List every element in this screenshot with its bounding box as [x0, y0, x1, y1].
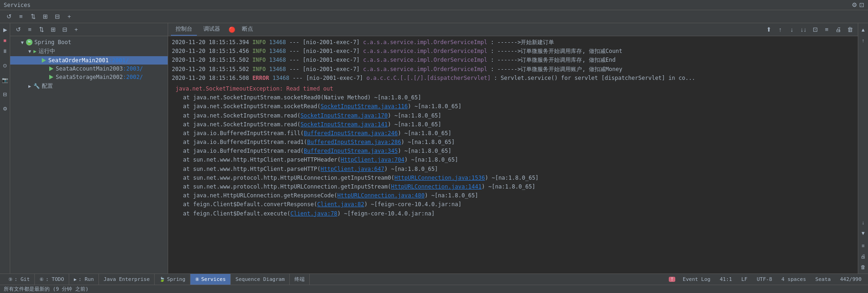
lines-status[interactable]: 442/990 [837, 276, 864, 282]
tab-spring[interactable]: 🍃 Spring [155, 274, 190, 285]
tab-debugger[interactable]: 调试器 [199, 23, 225, 36]
tab-java-enterprise[interactable]: Java Enterprise [99, 274, 155, 285]
link-httpurlconnection-1441[interactable]: HttpURLConnection.java:1441 [391, 183, 482, 190]
tree-item-config[interactable]: ▶ 🔧 配置 [10, 81, 168, 91]
layout-button[interactable]: ⊟ [0, 90, 10, 99]
collapse-all-button[interactable]: ≡ [16, 12, 26, 22]
tree-item-running[interactable]: ▼ ▶ 运行中 [10, 46, 168, 56]
stack-8: at sun.net.www.http.HttpClient.parseHTTP… [183, 156, 854, 164]
expand-seata-order-icon [34, 58, 40, 63]
expand-spring-boot-icon: ▼ [20, 39, 25, 45]
log-wrap-button[interactable]: ≡ [822, 25, 832, 35]
tree-item-seata-order[interactable]: SeataOrderMain2001 :2001/ [10, 56, 168, 65]
right-clear-button[interactable]: 🗑 [859, 262, 868, 272]
tab-breakpoints[interactable]: 断点 [237, 23, 258, 36]
link-httpclient-704[interactable]: HttpClient.java:704 [341, 156, 405, 163]
tab-todo-label: : TODO [46, 276, 64, 282]
spring-boot-icon: 🍃 [26, 39, 33, 46]
log-scroll-bottom-button[interactable]: ↓↓ [798, 25, 809, 35]
error-badge[interactable]: ! [669, 277, 675, 282]
log-filter-button[interactable]: ⊡ [810, 25, 820, 35]
link-socketinputstream-141[interactable]: SocketInputStream.java:141 [300, 121, 388, 128]
exception-type: java.net.SocketTimeoutException: Read ti… [176, 85, 854, 93]
scroll-down-button[interactable]: ↓ [859, 218, 868, 227]
tab-todo[interactable]: ⑥ : TODO [35, 274, 69, 285]
spaces-status[interactable]: 4 spaces [779, 276, 809, 282]
stack-1: at java.net.SocketInputStream.socketRead… [183, 93, 854, 102]
tab-services[interactable]: ⑧ Services [190, 274, 231, 285]
stack-7: at java.io.BufferedInputStream.read(Buff… [183, 147, 854, 156]
svg-marker-2 [49, 75, 53, 79]
left-filter-button[interactable]: ⊟ [59, 25, 70, 35]
link-bufferedinputstream-345[interactable]: BufferedInputStream.java:345 [304, 148, 398, 154]
tab-console[interactable]: 控制台 [171, 23, 197, 36]
tab-sequence-diagram-label: Sequence Diagram [235, 276, 285, 282]
event-log-button[interactable]: Event Log [680, 276, 713, 282]
link-httpclient-647[interactable]: HttpClient.java:647 [320, 166, 384, 172]
add-button[interactable]: + [64, 12, 74, 22]
stack-11: at sun.net.www.protocol.http.HttpURLConn… [183, 182, 854, 191]
run-tab-icon: ▶ [74, 277, 77, 282]
lf-status[interactable]: LF [738, 276, 750, 282]
stack-13: at feign.Client$Default.convertResponse(… [183, 200, 854, 209]
left-expand-button[interactable]: ≡ [25, 25, 35, 35]
right-print-button[interactable]: 🖨 [859, 252, 868, 261]
sort-button[interactable]: ⇅ [28, 12, 38, 22]
config-label: 配置 [42, 82, 53, 90]
tab-sequence-diagram[interactable]: Sequence Diagram [231, 274, 290, 285]
stack-4: at java.net.SocketInputStream.read(Socke… [183, 120, 854, 129]
run-all-button[interactable]: ▶ [0, 25, 10, 34]
link-client-78[interactable]: Client.java:78 [290, 210, 337, 217]
maximize-icon[interactable]: ⊡ [859, 1, 864, 8]
reload-button[interactable]: ↺ [4, 12, 14, 22]
link-bufferedinputstream-286[interactable]: BufferedInputStream.java:286 [307, 139, 401, 145]
tab-run-label: : Run [78, 276, 94, 282]
link-socketinputstream-170[interactable]: SocketInputStream.java:170 [300, 112, 388, 119]
filter-button[interactable]: ⊟ [52, 12, 62, 22]
tab-git[interactable]: ⑨ : Git [4, 274, 35, 285]
stack-12: at java.net.HttpURLConnection.getRespons… [183, 191, 854, 200]
encoding-status[interactable]: UTF-8 [754, 276, 775, 282]
log-clear-button[interactable]: 🗑 [845, 25, 855, 35]
log-line-1: 2020-11-20 18:15:15.394 INFO 13468 --- [… [172, 38, 854, 47]
stop-button[interactable]: ■ [0, 36, 10, 45]
tree-item-seata-storage[interactable]: SeataStorageMain2002 :2002/ [10, 73, 168, 81]
link-client-82[interactable]: Client.java:82 [317, 201, 364, 208]
left-add-button[interactable]: + [71, 25, 81, 35]
log-up-button[interactable]: ↑ [775, 25, 785, 35]
right-settings-button[interactable]: ≡ [859, 241, 868, 250]
seata-storage-label: SeataStorageMain2002 [56, 74, 123, 80]
scroll-top-button[interactable]: ▲ [859, 25, 868, 34]
left-collapse-button[interactable]: ⇅ [36, 25, 46, 35]
left-reload-button[interactable]: ↺ [13, 25, 23, 35]
scroll-up-button[interactable]: ↑ [859, 36, 868, 45]
tab-terminal[interactable]: 终端 [290, 274, 310, 285]
step-button[interactable]: ⊙ [0, 61, 10, 70]
group-button[interactable]: ⊞ [40, 12, 50, 22]
tab-run[interactable]: ▶ : Run [69, 274, 99, 285]
log-print-button[interactable]: 🖨 [833, 25, 843, 35]
link-socketinputstream-116[interactable]: SocketInputStream.java:116 [320, 103, 408, 110]
settings-left-button[interactable]: ⚙ [0, 104, 10, 113]
git-icon: ⑨ [8, 277, 13, 282]
link-httpurlconnection-480[interactable]: HttpURLConnection.java:480 [337, 192, 424, 199]
log-scroll-top-button[interactable]: ⬆ [764, 25, 774, 35]
stack-5: at java.io.BufferedInputStream.fill(Buff… [183, 129, 854, 138]
tree-item-seata-account[interactable]: SeataAccountMain2003 :2003/ [10, 65, 168, 73]
link-bufferedinputstream-246[interactable]: BufferedInputStream.java:246 [304, 130, 398, 137]
tree-item-spring-boot[interactable]: ▼ 🍃 Spring Boot [10, 38, 168, 46]
resume-button[interactable]: ⏸ [0, 46, 10, 56]
scroll-bottom-button[interactable]: ▼ [859, 228, 868, 238]
bottom-bar: ⑨ : Git ⑥ : TODO ▶ : Run Java Enterprise… [0, 273, 868, 285]
tab-git-label: : Git [14, 276, 30, 282]
position-status[interactable]: 41:1 [717, 276, 735, 282]
expand-seata-account-icon [42, 66, 47, 72]
seata-status[interactable]: Seata [813, 276, 834, 282]
settings-icon[interactable]: ⚙ [852, 1, 857, 8]
camera-button[interactable]: 📷 [0, 75, 10, 85]
left-group-button[interactable]: ⊞ [48, 25, 58, 35]
log-down-button[interactable]: ↓ [787, 25, 797, 35]
link-httpurlconnection-1536[interactable]: HttpURLConnection.java:1536 [394, 175, 485, 181]
seata-storage-run-icon [48, 74, 54, 80]
svg-marker-0 [42, 58, 46, 63]
